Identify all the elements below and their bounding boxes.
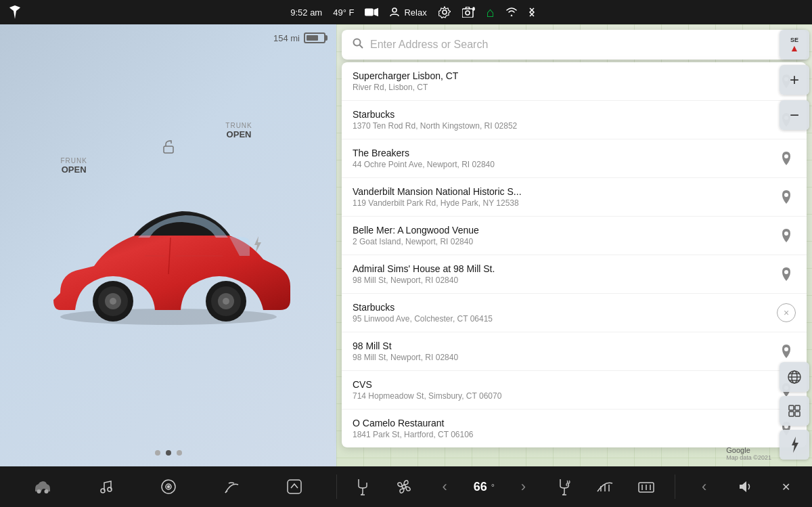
result-address: 1370 Ten Rod Rd, North Kingstown, RI 028… [353, 121, 777, 131]
compass-button[interactable]: SE ▲ [780, 30, 809, 60]
globe-button[interactable] [780, 362, 809, 392]
status-bar-center: 9:52 am 49° F Relax [290, 5, 535, 20]
result-item[interactable]: Belle Mer: A Longwood Venue2 Goat Island… [342, 217, 807, 255]
bluetooth-icon [528, 6, 535, 19]
video-icon [365, 5, 378, 19]
result-text: Belle Mer: A Longwood Venue2 Goat Island… [353, 225, 777, 246]
svg-rect-37 [795, 405, 800, 410]
temp-degree: ° [491, 482, 495, 492]
defrost-rear-icon[interactable] [634, 475, 658, 499]
defrost-front-icon[interactable] [593, 475, 617, 499]
camera-icon [462, 5, 476, 19]
google-watermark: Google Map data ©2021 [726, 446, 771, 461]
person-name: Relax [404, 7, 426, 18]
result-item[interactable]: Admiral Sims' House at 98 Mill St.98 Mil… [342, 255, 807, 294]
result-item[interactable]: CVS714 Hopmeadow St, Simsbury, CT 06070 [342, 371, 807, 410]
result-name: The Breakers [353, 148, 777, 158]
result-name: 98 Mill St [353, 340, 777, 351]
result-address: River Rd, Lisbon, CT [353, 83, 777, 92]
google-text: Google [726, 446, 771, 454]
result-name: Admiral Sims' House at 98 Mill St. [353, 263, 777, 274]
result-item[interactable]: The Breakers44 Ochre Point Ave, Newport,… [342, 139, 807, 178]
battery-icon [304, 32, 325, 43]
music-icon[interactable] [93, 475, 118, 499]
zoom-out-button[interactable]: − [780, 100, 809, 130]
result-item[interactable]: Vanderbilt Mansion National Historic S..… [342, 178, 807, 217]
map-data-text: Map data ©2021 [726, 454, 771, 461]
svg-rect-39 [795, 412, 800, 416]
frunk-label[interactable]: FRUNK OPEN [60, 157, 87, 175]
trunk-label[interactable]: TRUNK OPEN [225, 122, 252, 139]
result-item[interactable]: Supercharger Lisbon, CTRiver Rd, Lisbon,… [342, 62, 807, 101]
search-placeholder[interactable]: Enter Address or Search [370, 39, 796, 51]
result-name: Starbucks [353, 302, 777, 313]
result-name: O Camelo Restaurant [353, 418, 777, 428]
result-text: 98 Mill St98 Mill St, Newport, RI 02840 [353, 340, 777, 362]
svg-point-8 [60, 309, 277, 325]
results-list: Supercharger Lisbon, CTRiver Rd, Lisbon,… [342, 62, 807, 447]
wiper-icon[interactable] [219, 475, 244, 499]
frunk-value: OPEN [60, 164, 87, 175]
svg-point-5 [466, 11, 470, 15]
result-item[interactable]: Starbucks95 Linwood Ave, Colchester, CT … [342, 294, 807, 332]
result-address: 714 Hopmeadow St, Simsbury, CT 06070 [353, 391, 777, 401]
seat-heat-icon[interactable] [552, 475, 577, 499]
svg-marker-1 [374, 8, 378, 17]
status-temp: 49° F [333, 7, 354, 18]
fan-icon[interactable] [392, 475, 416, 499]
person-info: Relax [389, 7, 426, 18]
seat-icon[interactable] [351, 475, 375, 499]
lock-icon[interactable] [161, 139, 176, 157]
result-address: 98 Mill St, Newport, RI 02840 [353, 275, 777, 285]
tesla-t-icon [8, 5, 22, 19]
svg-point-41 [44, 489, 48, 493]
svg-rect-7 [164, 146, 173, 153]
svg-point-16 [223, 298, 229, 305]
dot-3[interactable] [177, 450, 182, 456]
right-panel: Enter Address or Search Supercharger Lis… [336, 24, 812, 466]
dot-2[interactable] [166, 450, 171, 456]
temp-down-button[interactable]: ‹ [432, 475, 457, 499]
bottom-bar-right: ‹ 66° › [337, 475, 812, 499]
up-arrow-icon[interactable] [282, 475, 307, 499]
temp-value: 66 [474, 480, 487, 494]
result-address: 119 Vanderbilt Park Rd, Hyde Park, NY 12… [353, 198, 777, 208]
volume-prev-button[interactable]: ‹ [692, 475, 717, 499]
svg-point-46 [167, 486, 169, 488]
car-svg [40, 178, 297, 327]
temp-up-button[interactable]: › [511, 475, 535, 499]
svg-point-2 [392, 8, 397, 12]
bottom-bar-left [0, 475, 336, 499]
result-name: Starbucks [353, 109, 777, 120]
dot-1[interactable] [155, 450, 160, 456]
result-text: Starbucks1370 Ten Rod Rd, North Kingstow… [353, 109, 777, 131]
settings-icon[interactable] [438, 5, 451, 19]
charge-locate-button[interactable] [780, 430, 809, 460]
layers-button[interactable] [780, 396, 809, 426]
search-overlay: Enter Address or Search [336, 24, 812, 60]
svg-rect-6 [473, 7, 474, 10]
result-item[interactable]: 98 Mill St98 Mill St, Newport, RI 02840 [342, 332, 807, 371]
result-text: O Camelo Restaurant1841 Park St, Hartfor… [353, 418, 777, 439]
volume-icon[interactable] [733, 475, 757, 499]
search-icon [353, 38, 363, 51]
svg-point-12 [110, 298, 116, 305]
trunk-title: TRUNK [225, 122, 252, 129]
result-name: Supercharger Lisbon, CT [353, 70, 777, 81]
media-icon[interactable] [156, 475, 181, 499]
car-nav-icon[interactable] [30, 475, 55, 499]
search-box[interactable]: Enter Address or Search [342, 30, 807, 60]
temperature-display: 66° [474, 480, 495, 494]
left-panel: 154 mi FRUNK OPEN TRUNK OPEN [0, 24, 336, 466]
home-icon: ⌂ [487, 5, 495, 20]
result-item[interactable]: O Camelo Restaurant1841 Park St, Hartfor… [342, 410, 807, 447]
svg-point-48 [402, 485, 405, 489]
result-address: 98 Mill St, Newport, RI 02840 [353, 353, 777, 362]
mute-button[interactable]: ✕ [774, 475, 798, 499]
result-text: Admiral Sims' House at 98 Mill St.98 Mil… [353, 263, 777, 285]
result-item[interactable]: Starbucks1370 Ten Rod Rd, North Kingstow… [342, 101, 807, 139]
zoom-in-button[interactable]: + [780, 65, 809, 95]
svg-rect-4 [462, 9, 473, 18]
battery-info: 154 mi [273, 32, 325, 43]
result-text: CVS714 Hopmeadow St, Simsbury, CT 06070 [353, 379, 777, 401]
